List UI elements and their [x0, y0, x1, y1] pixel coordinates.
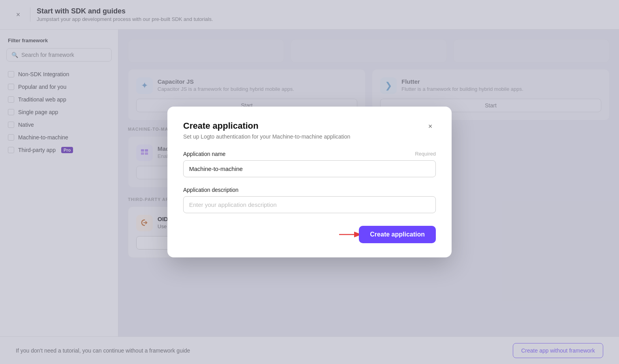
app-name-input[interactable] — [183, 160, 436, 177]
modal-header-text: Create application Set up Logto authenti… — [183, 121, 350, 140]
app-desc-label: Application description — [183, 187, 238, 193]
modal-footer: Create application — [183, 226, 436, 243]
create-application-button[interactable]: Create application — [359, 226, 436, 243]
name-label-row: Application name Required — [183, 151, 436, 157]
modal: Create application Set up Logto authenti… — [167, 107, 452, 257]
app-desc-input[interactable] — [183, 196, 436, 213]
modal-overlay: Create application Set up Logto authenti… — [0, 0, 619, 364]
modal-close-button[interactable]: × — [425, 121, 436, 132]
modal-header: Create application Set up Logto authenti… — [183, 121, 436, 140]
app-name-required: Required — [415, 151, 436, 157]
app-name-label: Application name — [183, 151, 225, 157]
app-desc-group: Application description — [183, 187, 436, 213]
app-name-group: Application name Required — [183, 151, 436, 177]
modal-subtitle: Set up Logto authentication for your Mac… — [183, 133, 350, 140]
modal-title: Create application — [183, 121, 350, 131]
desc-label-row: Application description — [183, 187, 436, 193]
